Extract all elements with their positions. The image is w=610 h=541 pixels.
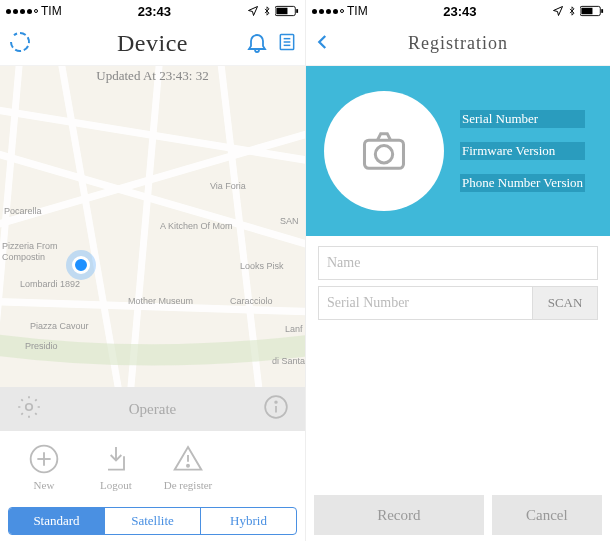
map-updated-label: Updated At 23:43: 32 bbox=[0, 68, 305, 84]
deregister-label: De register bbox=[164, 479, 213, 491]
scan-label: SCAN bbox=[548, 295, 583, 311]
bluetooth-icon bbox=[262, 4, 272, 18]
battery-icon bbox=[275, 5, 299, 17]
map-poi-label: Presidio bbox=[25, 341, 58, 351]
name-field[interactable]: Name bbox=[318, 246, 598, 280]
device-screen: TIM 23:43 Device bbox=[0, 0, 305, 541]
map-poi-label: Pizzeria From bbox=[2, 241, 58, 251]
location-arrow-icon bbox=[552, 5, 564, 17]
carrier-label: TIM bbox=[347, 4, 368, 18]
svg-point-16 bbox=[187, 465, 189, 467]
map-poi-label: Caracciolo bbox=[230, 296, 273, 306]
location-arrow-icon bbox=[247, 5, 259, 17]
firmware-version-label: Firmware Version bbox=[460, 142, 585, 160]
map-roads bbox=[0, 66, 305, 387]
device-info-labels: Serial Number Firmware Version Phone Num… bbox=[460, 110, 585, 192]
map-poi-label: Compostin bbox=[2, 252, 45, 262]
battery-icon bbox=[580, 5, 604, 17]
serial-number-field[interactable]: Serial Number bbox=[318, 286, 532, 320]
camera-icon bbox=[358, 125, 410, 177]
map-poi-label: A Kitchen Of Mom bbox=[160, 221, 233, 231]
registration-buttons: Record Cancel bbox=[306, 489, 610, 541]
page-title: Registration bbox=[408, 33, 508, 54]
map-poi-label: Pocarella bbox=[4, 206, 42, 216]
action-row: New Logout De register bbox=[0, 431, 305, 503]
record-label: Record bbox=[377, 507, 420, 524]
photo-upload-button[interactable] bbox=[324, 91, 444, 211]
refresh-icon[interactable] bbox=[8, 30, 32, 58]
cancel-label: Cancel bbox=[526, 507, 568, 524]
operate-label: Operate bbox=[129, 401, 176, 418]
svg-rect-2 bbox=[296, 9, 298, 13]
bluetooth-icon bbox=[567, 4, 577, 18]
segment-hybrid[interactable]: Hybrid bbox=[201, 508, 296, 534]
bell-icon[interactable] bbox=[245, 30, 269, 58]
new-button[interactable]: New bbox=[12, 443, 76, 491]
signal-dots-icon bbox=[312, 9, 344, 14]
map-road-label: Via Foria bbox=[210, 181, 246, 191]
segment-standard[interactable]: Standard bbox=[9, 508, 105, 534]
map-poi-label: Mother Museum bbox=[128, 296, 193, 306]
serial-number-label: Serial Number bbox=[460, 110, 585, 128]
map-poi-label: Lombardi 1892 bbox=[20, 279, 80, 289]
cancel-button[interactable]: Cancel bbox=[492, 495, 602, 535]
svg-rect-18 bbox=[581, 8, 592, 14]
svg-rect-19 bbox=[601, 9, 603, 13]
gear-icon[interactable] bbox=[16, 394, 42, 424]
name-placeholder: Name bbox=[327, 255, 360, 271]
operate-bar: Operate bbox=[0, 387, 305, 431]
status-time: 23:43 bbox=[443, 4, 476, 19]
registration-screen: TIM 23:43 Registration bbox=[305, 0, 610, 541]
info-icon[interactable] bbox=[263, 394, 289, 424]
map-poi-label: SAN bbox=[280, 216, 299, 226]
back-icon[interactable] bbox=[314, 28, 332, 60]
registration-banner: Serial Number Firmware Version Phone Num… bbox=[306, 66, 610, 236]
device-header: Device bbox=[0, 22, 305, 66]
record-button[interactable]: Record bbox=[314, 495, 484, 535]
status-bar: TIM 23:43 bbox=[306, 0, 610, 22]
new-label: New bbox=[34, 479, 55, 491]
svg-point-8 bbox=[26, 404, 33, 411]
svg-rect-1 bbox=[276, 8, 287, 14]
signal-dots-icon bbox=[6, 9, 38, 14]
serial-placeholder: Serial Number bbox=[327, 295, 409, 311]
registration-form: Name Serial Number SCAN bbox=[306, 236, 610, 330]
map-poi-label: Piazza Cavour bbox=[30, 321, 89, 331]
status-bar: TIM 23:43 bbox=[0, 0, 305, 22]
page-title: Device bbox=[117, 30, 188, 57]
current-location-dot bbox=[72, 256, 90, 274]
map-mode-segment: Standard Satellite Hybrid bbox=[0, 503, 305, 541]
svg-point-11 bbox=[275, 401, 277, 403]
registration-header: Registration bbox=[306, 22, 610, 66]
svg-point-21 bbox=[375, 146, 392, 163]
carrier-label: TIM bbox=[41, 4, 62, 18]
deregister-button[interactable]: De register bbox=[156, 443, 220, 491]
logout-label: Logout bbox=[100, 479, 132, 491]
logout-button[interactable]: Logout bbox=[84, 443, 148, 491]
scan-button[interactable]: SCAN bbox=[532, 286, 598, 320]
map-view[interactable]: Updated At 23:43: 32 Pocarella Pizzeria … bbox=[0, 66, 305, 387]
segment-satellite[interactable]: Satellite bbox=[105, 508, 201, 534]
phone-number-version-label: Phone Number Version bbox=[460, 174, 585, 192]
status-time: 23:43 bbox=[138, 4, 171, 19]
map-poi-label: Looks Pisk bbox=[240, 261, 284, 271]
map-poi-label: Lanf bbox=[285, 324, 303, 334]
map-poi-label: di Santa bbox=[272, 356, 305, 366]
list-icon[interactable] bbox=[277, 30, 297, 58]
